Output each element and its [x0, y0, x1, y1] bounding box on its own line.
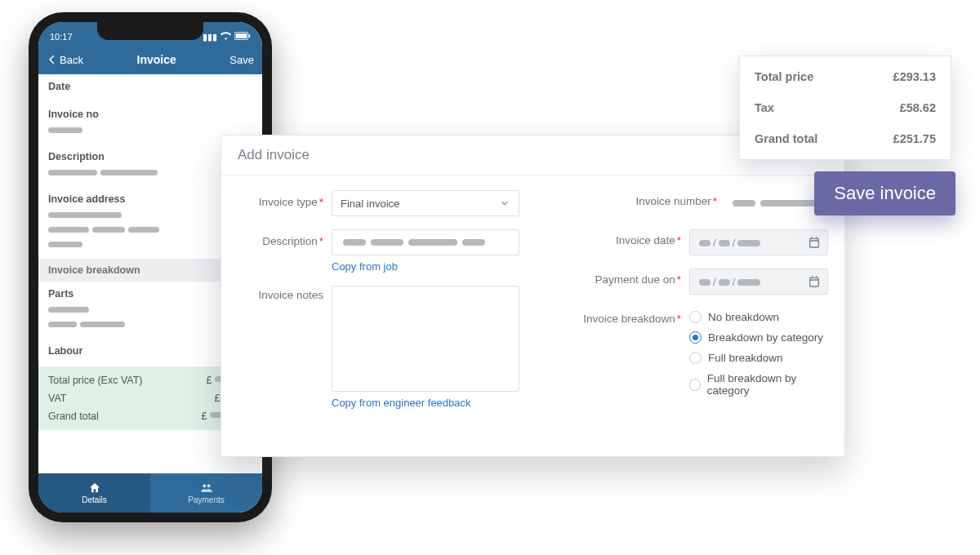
status-icons: ▮▮▮: [203, 32, 251, 42]
label-breakdown: Invoice breakdown*: [583, 308, 681, 325]
label-invoice-no: Invoice no: [48, 109, 252, 120]
phone-vat-label: VAT: [48, 393, 66, 404]
link-copy-from-job[interactable]: Copy from job: [332, 260, 519, 273]
svg-rect-1: [236, 33, 247, 38]
calendar-icon: [808, 236, 821, 249]
label-description-panel: Description*: [238, 229, 323, 247]
tab-payments[interactable]: Payments: [150, 473, 262, 513]
back-button[interactable]: Back: [47, 54, 83, 66]
label-date: Date: [48, 81, 252, 92]
signal-icon: ▮▮▮: [203, 32, 217, 42]
totals-grand-value: £251.75: [893, 132, 936, 145]
chevron-left-icon: [47, 54, 58, 65]
tab-bar: Details Payments: [38, 473, 262, 513]
totals-card: Total price £293.13 Tax £58.62 Grand tot…: [739, 56, 951, 160]
totals-grand-label: Grand total: [755, 132, 817, 145]
radio-breakdown-category-label: Breakdown by category: [708, 331, 823, 344]
totals-tax-label: Tax: [755, 101, 774, 114]
phone-total-price-label: Total price (Exc VAT): [48, 375, 143, 386]
radio-full-breakdown-category-label: Full breakdown by category: [707, 372, 828, 397]
tab-details-label: Details: [82, 495, 107, 504]
people-icon: [200, 482, 213, 495]
home-icon: [88, 482, 101, 495]
phone-grand-label: Grand total: [48, 411, 99, 422]
phone-vat-val: £: [215, 393, 220, 404]
radio-breakdown-category[interactable]: Breakdown by category: [689, 331, 828, 344]
panel-left-column: Invoice type* Final invoice Description*…: [238, 190, 519, 422]
status-time: 10:17: [50, 32, 73, 42]
radio-dot-icon: [689, 379, 701, 391]
back-label: Back: [60, 54, 83, 66]
nav-save-button[interactable]: Save: [229, 54, 254, 66]
save-invoice-button[interactable]: Save invoice: [814, 171, 956, 215]
phone-notch: [97, 22, 203, 40]
radio-dot-icon: [689, 331, 702, 344]
totals-total-price-value: £293.13: [893, 70, 936, 83]
nav-bar: Back Invoice Save: [38, 47, 262, 74]
radio-dot-icon: [689, 352, 702, 364]
panel-right-column: Invoice number* Invoice date* // Payment…: [547, 190, 829, 422]
battery-icon: [234, 32, 251, 42]
textarea-invoice-notes[interactable]: [332, 286, 519, 392]
label-invoice-type: Invoice type*: [238, 190, 323, 208]
chevron-down-icon: [499, 198, 510, 209]
svg-rect-2: [249, 34, 251, 38]
input-payment-due[interactable]: //: [689, 269, 828, 295]
radio-dot-icon: [689, 311, 702, 323]
radio-full-breakdown[interactable]: Full breakdown: [689, 352, 828, 364]
label-payment-due: Payment due on*: [595, 269, 681, 286]
tab-details[interactable]: Details: [38, 473, 150, 513]
tab-payments-label: Payments: [188, 495, 224, 504]
add-invoice-panel: Add invoice Invoice type* Final invoice …: [220, 135, 845, 457]
totals-total-price-label: Total price: [755, 70, 813, 83]
radio-full-breakdown-category[interactable]: Full breakdown by category: [689, 372, 828, 397]
radio-no-breakdown-label: No breakdown: [708, 311, 779, 323]
radio-full-breakdown-label: Full breakdown: [708, 352, 783, 364]
wifi-icon: [220, 32, 231, 42]
phone-total-price-val: £: [207, 375, 212, 386]
radio-no-breakdown[interactable]: No breakdown: [689, 311, 828, 323]
label-invoice-number: Invoice number*: [635, 190, 717, 207]
calendar-icon: [808, 275, 821, 288]
input-description[interactable]: [332, 229, 519, 255]
phone-grand-val: £: [202, 411, 207, 422]
input-invoice-date[interactable]: //: [689, 229, 828, 255]
label-invoice-date: Invoice date*: [616, 229, 681, 246]
nav-title: Invoice: [137, 53, 176, 66]
select-invoice-type[interactable]: Final invoice: [332, 190, 519, 216]
totals-tax-value: £58.62: [900, 101, 936, 114]
link-copy-from-feedback[interactable]: Copy from engineer feedback: [332, 397, 519, 409]
label-invoice-notes: Invoice notes: [238, 286, 323, 301]
select-invoice-type-value: Final invoice: [341, 198, 399, 210]
